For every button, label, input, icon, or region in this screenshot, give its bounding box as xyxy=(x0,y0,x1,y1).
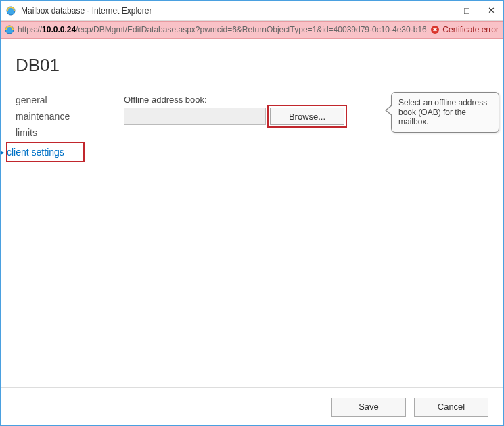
window-title: Mailbox database - Internet Explorer xyxy=(21,6,430,16)
maximize-button[interactable]: □ xyxy=(455,1,479,20)
cert-error-icon xyxy=(430,25,440,34)
callout-text: Select an offline address book (OAB) for… xyxy=(398,98,487,126)
highlight-box-browse: Browse... xyxy=(267,105,347,128)
ie-icon xyxy=(5,5,17,17)
body-area: general maintenance limits client settin… xyxy=(16,92,488,387)
cert-error-text[interactable]: Certificate error xyxy=(442,25,500,34)
sidebar-item-label: limits xyxy=(16,127,37,138)
main-panel: Offline address book: Browse... Select a… xyxy=(124,92,488,387)
ie-page-icon xyxy=(4,24,15,35)
window-frame: Mailbox database - Internet Explorer — □… xyxy=(0,0,504,426)
sidebar-item-limits[interactable]: limits xyxy=(16,124,124,141)
address-bar[interactable]: https://10.0.0.24/ecp/DBMgmt/EditDatabas… xyxy=(1,21,503,39)
url-text: https://10.0.0.24/ecp/DBMgmt/EditDatabas… xyxy=(18,25,428,34)
titlebar: Mailbox database - Internet Explorer — □… xyxy=(1,1,503,21)
footer-bar: Save Cancel xyxy=(1,387,503,425)
minimize-button[interactable]: — xyxy=(430,1,455,20)
sidebar: general maintenance limits client settin… xyxy=(16,92,124,387)
highlight-box-sidebar: client settings xyxy=(6,142,85,162)
page-title: DB01 xyxy=(16,55,488,76)
sidebar-item-client-settings[interactable]: client settings xyxy=(9,144,64,160)
content-area: DB01 general maintenance limits client s… xyxy=(1,39,503,387)
oab-input[interactable] xyxy=(124,108,266,125)
close-button[interactable]: ✕ xyxy=(479,1,503,20)
cancel-button[interactable]: Cancel xyxy=(414,398,488,417)
sidebar-item-label: client settings xyxy=(7,147,64,158)
sidebar-item-label: general xyxy=(16,95,47,105)
browse-button[interactable]: Browse... xyxy=(270,108,344,125)
callout-tooltip: Select an offline address book (OAB) for… xyxy=(391,92,499,133)
sidebar-item-general[interactable]: general xyxy=(16,92,124,108)
save-button[interactable]: Save xyxy=(331,398,406,417)
sidebar-item-maintenance[interactable]: maintenance xyxy=(16,108,124,124)
sidebar-item-label: maintenance xyxy=(16,111,70,122)
